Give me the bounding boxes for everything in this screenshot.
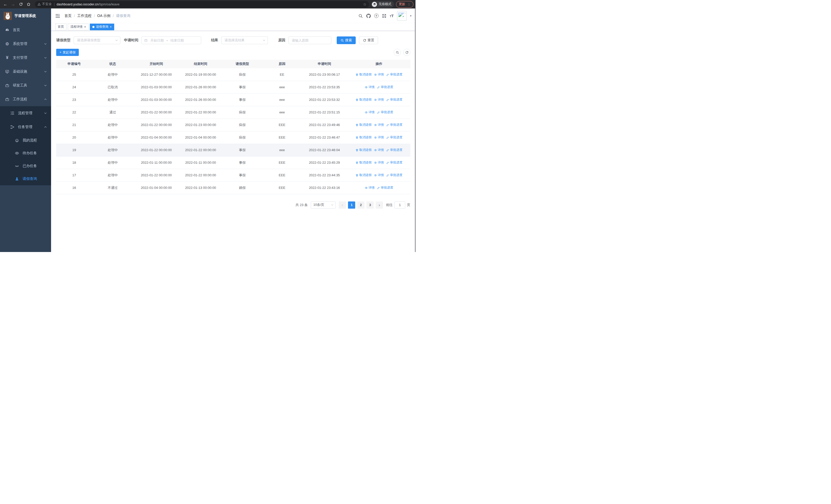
font-size-icon[interactable]: TT [390,13,394,18]
avatar[interactable] [397,11,407,21]
approval-progress-link[interactable]: 审批进度 [386,135,402,140]
pen-icon [377,186,380,189]
detail-link[interactable]: 详情 [365,110,375,114]
sidebar-item-devtools[interactable]: 研发工具 [0,79,51,92]
goto-page-input[interactable] [395,202,405,209]
approval-progress-link[interactable]: 审批进度 [377,85,393,89]
github-icon[interactable] [366,13,371,18]
approval-progress-link[interactable]: 审批进度 [386,72,402,77]
sidebar-item-infrastructure[interactable]: 基础设施 [0,65,51,79]
detail-link[interactable]: 详情 [374,160,384,165]
breadcrumb-home[interactable]: 首页 [64,13,71,18]
sidebar-item-task-management[interactable]: 任务管理 [0,120,51,134]
reset-button[interactable]: 重置 [359,36,378,44]
person-icon [15,177,19,181]
bookmark-star-icon[interactable]: ☆ [363,2,367,7]
page-button-2[interactable]: 2 [357,202,365,209]
browser-back-button[interactable]: ← [2,1,9,8]
chevron-down-icon [115,39,118,42]
hamburger-icon[interactable] [55,13,60,19]
breadcrumb-separator: / [113,14,114,18]
breadcrumb-oa-example[interactable]: OA 示例 [97,13,110,18]
close-icon[interactable]: × [110,25,112,29]
sidebar-item-system[interactable]: 系统管理 [0,37,51,51]
detail-link[interactable]: 详情 [374,148,384,152]
plus-icon: + [60,51,61,54]
browser-menu-icon[interactable]: ⋮ [407,2,411,6]
tab-process-detail[interactable]: 流程详情× [68,24,89,30]
next-page-button[interactable]: › [376,202,383,209]
detail-link[interactable]: 详情 [374,173,384,177]
search-button[interactable]: 搜索 [337,36,356,44]
prev-page-button[interactable]: ‹ [339,202,346,209]
browser-forward-button[interactable]: → [10,1,17,8]
cancel-leave-link[interactable]: 取消请假 [355,123,372,127]
page-button-3[interactable]: 3 [367,202,374,209]
sidebar-item-workflow[interactable]: 工作流程 [0,92,51,106]
app-title: 芋道管理系统 [15,13,36,18]
avatar-caret-icon[interactable]: ▾ [410,14,411,17]
cancel-leave-link[interactable]: 取消请假 [355,97,372,102]
help-icon[interactable]: ? [374,13,378,18]
cancel-leave-link[interactable]: 取消请假 [355,173,372,177]
sidebar-item-process-management[interactable]: 流程管理 [0,106,51,120]
page-button-1[interactable]: 1 [348,202,355,209]
browser-update-button[interactable]: 更新 ⋮ [396,1,413,8]
detail-link[interactable]: 详情 [374,72,384,77]
main-area: 首页 / 工作流程 / OA 示例 / 请假查询 ? TT ▾ 首页 流程详情×… [51,8,416,252]
fullscreen-icon[interactable] [382,13,386,18]
sidebar-item-leave-query[interactable]: 请假查询 [0,173,51,185]
address-bar[interactable]: 不安全 dashboard.yudao.iocoder.cn/bpm/oa/le… [35,1,369,8]
end-date-input[interactable] [169,38,185,42]
sidebar-item-home[interactable]: 首页 [0,23,51,37]
show-search-button[interactable] [394,49,401,56]
cancel-leave-link[interactable]: 取消请假 [355,148,372,152]
approval-progress-link[interactable]: 审批进度 [386,148,402,152]
sidebar-item-todo-tasks[interactable]: 待办任务 [0,147,51,159]
close-icon[interactable]: × [84,25,86,29]
result-select[interactable]: 请选择流结果 [221,36,268,44]
apply-time-range-picker[interactable]: - [141,36,201,44]
cancel-leave-link[interactable]: 取消请假 [355,160,372,165]
tab-leave-query[interactable]: 请假查询× [90,24,114,30]
approval-progress-link[interactable]: 审批进度 [386,123,402,127]
table-row: 21处理中2022-01-22 00:00:002022-01-23 00:00… [56,119,410,131]
detail-link[interactable]: 详情 [374,97,384,102]
approval-progress-link[interactable]: 审批进度 [386,97,402,102]
detail-link[interactable]: 详情 [365,85,375,89]
leave-type-select[interactable]: 请选择请假类型 [74,36,120,44]
sidebar-item-my-process[interactable]: 我的流程 [0,134,51,147]
incognito-icon [372,2,377,7]
start-date-input[interactable] [149,38,165,42]
search-icon[interactable] [358,13,363,18]
chevron-down-icon [262,39,266,42]
detail-link[interactable]: 详情 [374,123,384,127]
browser-reload-button[interactable] [18,1,24,8]
create-leave-button[interactable]: + 发起请假 [56,49,79,56]
sidebar-item-done-tasks[interactable]: 已办任务 [0,159,51,173]
refresh-table-button[interactable] [403,49,410,56]
col-operations: 操作 [347,60,410,68]
eye-icon [374,123,377,126]
security-indicator[interactable]: 不安全 [37,2,52,6]
approval-progress-link[interactable]: 审批进度 [386,160,402,165]
calendar-icon [144,39,148,42]
eye-open-icon [15,151,19,155]
reason-input-wrap [288,36,331,44]
breadcrumb-workflow[interactable]: 工作流程 [77,13,92,18]
browser-home-button[interactable] [25,1,32,8]
app-logo[interactable]: 芋道管理系统 [0,8,51,23]
cancel-leave-link[interactable]: 取消请假 [355,72,372,77]
approval-progress-link[interactable]: 审批进度 [377,185,393,190]
tab-home[interactable]: 首页 [55,24,66,30]
security-label: 不安全 [42,2,52,6]
reason-input[interactable] [292,38,328,42]
result-label: 结果 [211,38,218,42]
detail-link[interactable]: 详情 [365,185,375,190]
sidebar-item-payment[interactable]: ¥ 支付管理 [0,51,51,65]
approval-progress-link[interactable]: 审批进度 [386,173,402,177]
cancel-leave-link[interactable]: 取消请假 [355,135,372,140]
detail-link[interactable]: 详情 [374,135,384,140]
page-size-select[interactable]: 10条/页 [311,202,336,209]
approval-progress-link[interactable]: 审批进度 [377,110,393,114]
